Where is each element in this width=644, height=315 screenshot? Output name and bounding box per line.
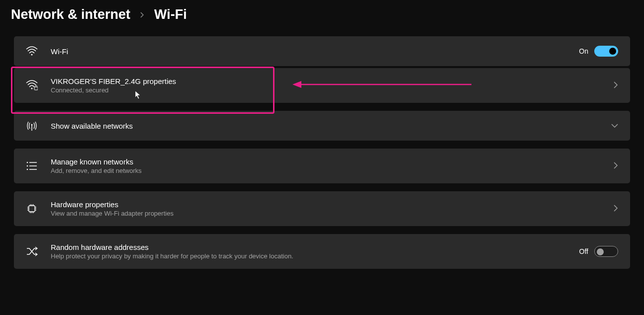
svg-point-10 [27, 169, 28, 170]
breadcrumb-current: Wi-Fi [154, 7, 187, 22]
chevron-right-icon [613, 81, 618, 90]
known-networks-title: Manage known networks [51, 158, 600, 166]
antenna-icon [26, 120, 38, 132]
list-icon [26, 160, 38, 172]
available-networks-card[interactable]: Show available networks [14, 111, 630, 141]
available-networks-title: Show available networks [51, 122, 598, 130]
network-properties-card[interactable]: VIKROGER'S FIBER_2.4G properties Connect… [14, 68, 630, 103]
wifi-icon [26, 45, 38, 57]
random-addresses-subtitle: Help protect your privacy by making it h… [51, 252, 566, 260]
hardware-properties-title: Hardware properties [51, 200, 600, 209]
network-properties-title: VIKROGER'S FIBER_2.4G properties [51, 77, 600, 85]
random-addresses-title: Random hardware addresses [51, 243, 566, 251]
svg-rect-3 [34, 87, 38, 90]
known-networks-card[interactable]: Manage known networks Add, remove, and e… [14, 149, 630, 183]
wifi-toggle-card[interactable]: Wi-Fi On [14, 36, 630, 66]
chevron-right-icon [613, 205, 618, 213]
chevron-right-icon [613, 162, 618, 170]
chevron-right-icon [139, 9, 145, 20]
svg-rect-12 [29, 206, 35, 212]
network-properties-subtitle: Connected, secured [51, 86, 600, 94]
random-addresses-state-label: Off [579, 247, 588, 255]
wifi-state-label: On [579, 47, 588, 55]
svg-point-8 [27, 165, 28, 167]
chevron-down-icon [611, 122, 618, 130]
hardware-properties-subtitle: View and manage Wi-Fi adapter properties [51, 210, 600, 217]
shuffle-icon [26, 245, 38, 257]
wifi-title: Wi-Fi [51, 47, 566, 56]
wifi-secured-icon [26, 79, 38, 91]
random-addresses-toggle[interactable] [594, 246, 618, 257]
svg-point-0 [31, 54, 33, 56]
breadcrumb: Network & internet Wi-Fi [0, 0, 644, 36]
svg-point-2 [31, 88, 33, 89]
breadcrumb-parent[interactable]: Network & internet [11, 7, 130, 22]
hardware-properties-card[interactable]: Hardware properties View and manage Wi-F… [14, 191, 630, 226]
chip-icon [26, 203, 38, 215]
wifi-toggle[interactable] [594, 46, 618, 57]
svg-point-6 [27, 162, 28, 163]
random-addresses-card[interactable]: Random hardware addresses Help protect y… [14, 234, 630, 269]
known-networks-subtitle: Add, remove, and edit networks [51, 167, 600, 174]
